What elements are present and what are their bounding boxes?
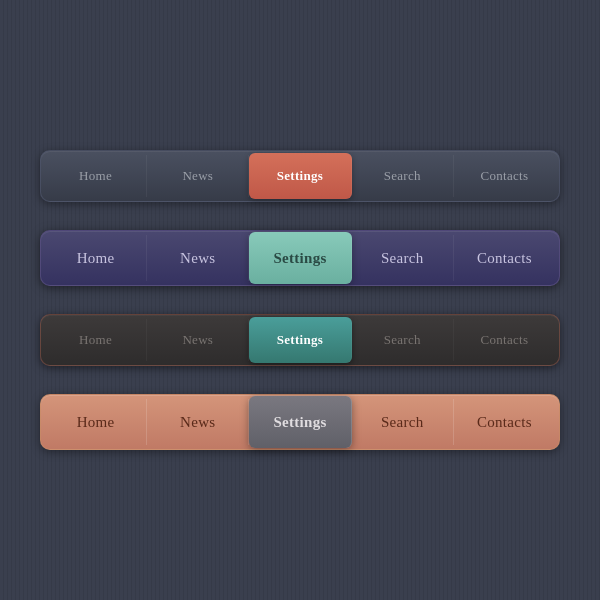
nav2-search[interactable]: Search	[352, 235, 454, 281]
nav1-settings[interactable]: Settings	[249, 153, 351, 199]
nav4-settings[interactable]: Settings	[249, 396, 351, 448]
nav3-settings[interactable]: Settings	[249, 317, 351, 363]
nav2-settings[interactable]: Settings	[249, 232, 351, 284]
nav3-home[interactable]: Home	[45, 319, 147, 361]
nav1-search[interactable]: Search	[352, 155, 454, 197]
nav4-news[interactable]: News	[147, 399, 249, 445]
nav2-news[interactable]: News	[147, 235, 249, 281]
navbar-3: Home News Settings Search Contacts	[40, 314, 560, 366]
nav1-news[interactable]: News	[147, 155, 249, 197]
nav4-home[interactable]: Home	[45, 399, 147, 445]
navbar-2: Home News Settings Search Contacts	[40, 230, 560, 286]
nav4-search[interactable]: Search	[352, 399, 454, 445]
nav2-contacts[interactable]: Contacts	[454, 235, 555, 281]
navbar-1: Home News Settings Search Contacts	[40, 150, 560, 202]
nav1-home[interactable]: Home	[45, 155, 147, 197]
nav4-contacts[interactable]: Contacts	[454, 399, 555, 445]
nav2-home[interactable]: Home	[45, 235, 147, 281]
nav3-contacts[interactable]: Contacts	[454, 319, 555, 361]
navbar-4: Home News Settings Search Contacts	[40, 394, 560, 450]
nav3-news[interactable]: News	[147, 319, 249, 361]
nav3-search[interactable]: Search	[352, 319, 454, 361]
nav1-contacts[interactable]: Contacts	[454, 155, 555, 197]
